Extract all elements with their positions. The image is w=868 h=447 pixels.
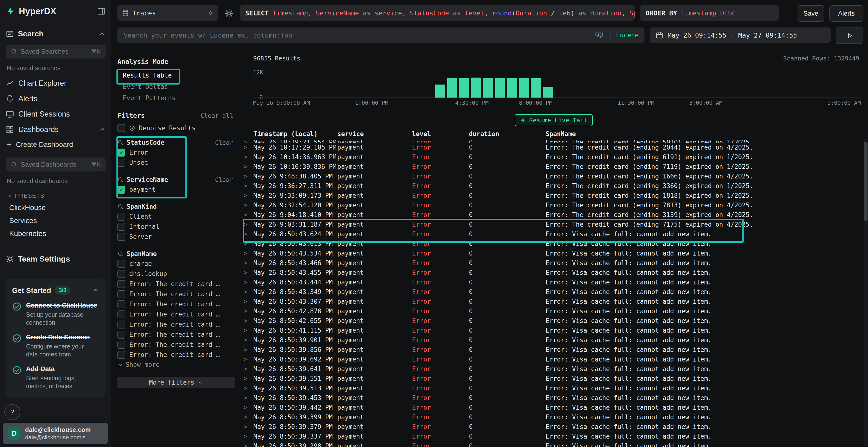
filter-option-error-the-credit-card[interactable]: Error: The credit card …: [117, 330, 235, 340]
table-row[interactable]: >May 26 8:50:39.513 PMpaymentError0Error…: [240, 383, 868, 393]
filter-option-error-the-credit-card[interactable]: Error: The credit card …: [117, 350, 235, 360]
column-menu-icon[interactable]: ⋮: [860, 131, 866, 137]
scrollbar-thumb[interactable]: [864, 142, 868, 221]
expand-row-icon[interactable]: >: [244, 443, 253, 447]
table-row[interactable]: >May 26 9:32:54.120 PMpaymentError0Error…: [240, 200, 868, 210]
analysis-mode-event-deltas[interactable]: Event Deltas: [117, 81, 235, 92]
table-row[interactable]: >May 26 8:50:43.455 PMpaymentError0Error…: [240, 268, 868, 277]
expand-row-icon[interactable]: >: [244, 173, 253, 180]
alerts-button[interactable]: Alerts: [830, 5, 863, 22]
expand-row-icon[interactable]: >: [244, 269, 253, 276]
expand-row-icon[interactable]: >: [244, 250, 253, 257]
checkbox[interactable]: [117, 351, 125, 359]
checkbox[interactable]: [117, 320, 125, 329]
filter-option-error-the-credit-card[interactable]: Error: The credit card …: [117, 279, 235, 289]
column-header-level[interactable]: level⋮: [412, 130, 469, 138]
filter-option-error-the-credit-card[interactable]: Error: The credit card …: [117, 289, 235, 299]
checkbox[interactable]: [117, 300, 125, 308]
run-query-button[interactable]: [836, 28, 863, 44]
help-button[interactable]: ?: [4, 404, 20, 420]
column-menu-icon[interactable]: ⋮: [327, 131, 333, 137]
sidebar-item-alerts[interactable]: Alerts: [6, 91, 105, 106]
checkbox[interactable]: [117, 159, 125, 167]
histogram-bar[interactable]: [507, 78, 517, 98]
expand-row-icon[interactable]: >: [244, 288, 253, 295]
table-row[interactable]: >May 26 8:50:39.641 PMpaymentError0Error…: [240, 364, 868, 374]
table-row[interactable]: >May 26 8:50:42.655 PMpaymentError0Error…: [240, 316, 868, 325]
expand-row-icon[interactable]: >: [244, 163, 253, 170]
table-row[interactable]: >May 26 8:50:42.878 PMpaymentError0Error…: [240, 306, 868, 316]
checkbox[interactable]: [117, 280, 125, 288]
lucene-mode-label[interactable]: Lucene: [616, 32, 639, 39]
table-row[interactable]: >May 26 8:50:39.453 PMpaymentError0Error…: [240, 393, 868, 403]
date-range-picker[interactable]: May 26 09:14:55 - May 27 09:14:55: [650, 28, 831, 43]
language-toggle[interactable]: SQL | Lucene: [594, 32, 639, 39]
filter-option-charge[interactable]: charge: [117, 259, 235, 269]
expand-row-icon[interactable]: >: [244, 260, 253, 266]
table-row-partial[interactable]: >May 26 10:19:21.554 PMpaymentError0Erro…: [240, 139, 868, 143]
expand-row-icon[interactable]: >: [244, 433, 253, 440]
filter-group-header[interactable]: StatusCodeClear: [117, 138, 235, 147]
column-header-duration[interactable]: duration⋮: [469, 130, 546, 138]
saved-dashboards-input[interactable]: Saved Dashboards ⌘K: [6, 158, 105, 171]
checkbox[interactable]: [117, 213, 125, 220]
histogram-bar[interactable]: [483, 78, 493, 98]
sidebar-item-clickhouse[interactable]: ClickHouse: [6, 201, 105, 214]
expand-row-icon[interactable]: >: [244, 182, 253, 189]
expand-row-icon[interactable]: >: [244, 221, 253, 228]
histogram-bar[interactable]: [435, 84, 445, 98]
table-row[interactable]: >May 26 8:50:39.298 PMpaymentError0Error…: [240, 441, 868, 447]
table-row[interactable]: >May 26 8:50:43.444 PMpaymentError0Error…: [240, 277, 868, 287]
expand-row-icon[interactable]: >: [244, 317, 253, 324]
get-started-item[interactable]: Add DataStart sending logs, metrics, or …: [12, 365, 99, 390]
column-header-spanname[interactable]: SpanName⋮: [546, 130, 857, 138]
checkbox[interactable]: ✓: [117, 186, 125, 194]
checkbox[interactable]: [117, 290, 125, 298]
filter-option-unset[interactable]: Unset: [117, 158, 235, 168]
saved-searches-input[interactable]: Saved Searches ⌘K: [6, 44, 105, 59]
table-row[interactable]: >May 26 8:50:39.399 PMpaymentError0Error…: [240, 412, 868, 422]
analysis-mode-results-table[interactable]: Results Table: [117, 70, 235, 81]
table-row[interactable]: >May 26 10:10:39.836 PMpaymentError0Erro…: [240, 162, 868, 171]
source-settings-button[interactable]: [223, 5, 235, 22]
expand-row-icon[interactable]: >: [244, 394, 253, 401]
expand-row-icon[interactable]: >: [244, 231, 253, 238]
filter-option-error-the-credit-card[interactable]: Error: The credit card …: [117, 319, 235, 330]
column-menu-icon[interactable]: ⋮: [846, 131, 852, 137]
expand-row-icon[interactable]: >: [244, 308, 253, 314]
column-menu-icon[interactable]: ⋮: [535, 131, 541, 137]
histogram-bar[interactable]: [543, 87, 553, 98]
histogram-bar[interactable]: [459, 78, 469, 98]
collapse-sidebar-icon[interactable]: [97, 7, 105, 16]
filter-group-header[interactable]: ServiceNameClear: [117, 175, 235, 184]
show-more-button[interactable]: Show more: [117, 360, 235, 370]
filter-option-error-the-credit-card[interactable]: Error: The credit card …: [117, 309, 235, 319]
expand-row-icon[interactable]: >: [244, 279, 253, 286]
checkbox[interactable]: [117, 341, 125, 349]
histogram-bar[interactable]: [447, 78, 457, 98]
expand-row-icon[interactable]: >: [244, 356, 253, 363]
get-started-header[interactable]: Get Started 3/3: [12, 286, 99, 295]
search-section-header[interactable]: Search: [6, 29, 105, 38]
expand-row-icon[interactable]: >: [244, 337, 253, 343]
checkbox[interactable]: [117, 124, 125, 132]
expand-row-icon[interactable]: >: [244, 202, 253, 209]
table-row[interactable]: >May 26 8:50:39.337 PMpaymentError0Error…: [240, 432, 868, 441]
table-row[interactable]: >May 26 8:50:43.307 PMpaymentError0Error…: [240, 297, 868, 306]
clear-filter-button[interactable]: Clear: [215, 176, 235, 183]
histogram-bar[interactable]: [495, 78, 505, 98]
table-row[interactable]: >May 26 9:48:38.405 PMpaymentError0Error…: [240, 171, 868, 181]
analysis-mode-event-patterns[interactable]: Event Patterns: [117, 92, 235, 104]
filter-option-error-the-credit-card[interactable]: Error: The credit card …: [117, 340, 235, 350]
table-row[interactable]: >May 26 10:14:36.963 PMpaymentError0Erro…: [240, 152, 868, 162]
expand-row-icon[interactable]: >: [244, 144, 253, 151]
expand-row-icon[interactable]: >: [244, 366, 253, 372]
table-options[interactable]: ⋮: [857, 131, 868, 137]
histogram-bar[interactable]: [519, 78, 529, 98]
sql-mode-label[interactable]: SQL: [594, 32, 606, 39]
table-row[interactable]: >May 26 9:33:09.173 PMpaymentError0Error…: [240, 191, 868, 200]
create-dashboard-button[interactable]: Create Dashboard: [6, 138, 105, 151]
denoise-results-toggle[interactable]: Denoise Results: [117, 124, 235, 132]
presets-header[interactable]: PRESETS: [6, 193, 105, 199]
checkbox[interactable]: [117, 223, 125, 231]
